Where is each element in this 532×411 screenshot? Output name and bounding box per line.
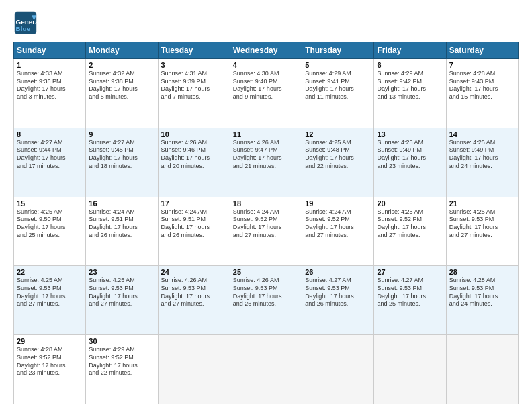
day-cell-20: 20Sunrise: 4:25 AMSunset: 9:52 PMDayligh…	[374, 197, 446, 266]
day-info: Sunrise: 4:25 AMSunset: 9:50 PMDaylight:…	[17, 208, 83, 240]
logo-icon: General Blue	[13, 11, 38, 35]
day-info: Sunrise: 4:28 AMSunset: 9:52 PMDaylight:…	[17, 346, 83, 377]
day-cell-24: 24Sunrise: 4:26 AMSunset: 9:53 PMDayligh…	[158, 266, 230, 335]
day-info: Sunrise: 4:24 AMSunset: 9:52 PMDaylight:…	[305, 208, 371, 240]
day-info: Sunrise: 4:26 AMSunset: 9:53 PMDaylight:…	[161, 277, 227, 308]
day-number: 7	[449, 61, 515, 69]
empty-cell	[230, 335, 302, 404]
svg-text:Blue: Blue	[16, 25, 31, 32]
day-info: Sunrise: 4:26 AMSunset: 9:47 PMDaylight:…	[233, 139, 299, 171]
weekday-header-sunday: Sunday	[14, 42, 86, 59]
day-cell-13: 13Sunrise: 4:25 AMSunset: 9:49 PMDayligh…	[374, 128, 446, 197]
calendar-week-2: 8Sunrise: 4:27 AMSunset: 9:44 PMDaylight…	[14, 128, 519, 197]
day-cell-3: 3Sunrise: 4:31 AMSunset: 9:39 PMDaylight…	[158, 59, 230, 128]
day-number: 5	[305, 61, 371, 69]
day-info: Sunrise: 4:25 AMSunset: 9:48 PMDaylight:…	[305, 139, 371, 171]
day-number: 21	[449, 199, 515, 208]
day-cell-27: 27Sunrise: 4:27 AMSunset: 9:53 PMDayligh…	[374, 266, 446, 335]
day-number: 9	[89, 130, 154, 138]
day-info: Sunrise: 4:28 AMSunset: 9:53 PMDaylight:…	[449, 277, 515, 308]
empty-cell	[302, 335, 374, 404]
day-number: 18	[233, 199, 299, 208]
calendar-table: SundayMondayTuesdayWednesdayThursdayFrid…	[13, 42, 519, 404]
day-info: Sunrise: 4:24 AMSunset: 9:51 PMDaylight:…	[161, 208, 227, 240]
calendar-header: SundayMondayTuesdayWednesdayThursdayFrid…	[14, 42, 519, 59]
day-cell-6: 6Sunrise: 4:29 AMSunset: 9:42 PMDaylight…	[374, 59, 446, 128]
day-cell-2: 2Sunrise: 4:32 AMSunset: 9:38 PMDaylight…	[86, 59, 158, 128]
day-number: 15	[17, 199, 83, 208]
day-number: 6	[377, 61, 443, 69]
day-info: Sunrise: 4:24 AMSunset: 9:52 PMDaylight:…	[233, 208, 299, 240]
weekday-row: SundayMondayTuesdayWednesdayThursdayFrid…	[14, 42, 519, 59]
day-number: 26	[305, 268, 371, 276]
day-number: 13	[377, 130, 443, 138]
day-number: 25	[233, 268, 299, 276]
day-cell-14: 14Sunrise: 4:25 AMSunset: 9:49 PMDayligh…	[446, 128, 518, 197]
day-cell-19: 19Sunrise: 4:24 AMSunset: 9:52 PMDayligh…	[302, 197, 374, 266]
day-info: Sunrise: 4:27 AMSunset: 9:44 PMDaylight:…	[17, 139, 83, 171]
day-info: Sunrise: 4:33 AMSunset: 9:36 PMDaylight:…	[17, 70, 83, 101]
header: General Blue	[13, 11, 519, 35]
day-cell-4: 4Sunrise: 4:30 AMSunset: 9:40 PMDaylight…	[230, 59, 302, 128]
day-cell-10: 10Sunrise: 4:26 AMSunset: 9:46 PMDayligh…	[158, 128, 230, 197]
day-cell-17: 17Sunrise: 4:24 AMSunset: 9:51 PMDayligh…	[158, 197, 230, 266]
day-cell-12: 12Sunrise: 4:25 AMSunset: 9:48 PMDayligh…	[302, 128, 374, 197]
day-cell-11: 11Sunrise: 4:26 AMSunset: 9:47 PMDayligh…	[230, 128, 302, 197]
day-number: 30	[89, 337, 154, 345]
day-info: Sunrise: 4:30 AMSunset: 9:40 PMDaylight:…	[233, 70, 299, 101]
empty-cell	[158, 335, 230, 404]
day-cell-22: 22Sunrise: 4:25 AMSunset: 9:53 PMDayligh…	[14, 266, 86, 335]
day-info: Sunrise: 4:24 AMSunset: 9:51 PMDaylight:…	[89, 208, 154, 240]
day-number: 4	[233, 61, 299, 69]
day-info: Sunrise: 4:26 AMSunset: 9:46 PMDaylight:…	[161, 139, 227, 171]
day-info: Sunrise: 4:29 AMSunset: 9:52 PMDaylight:…	[89, 346, 154, 377]
day-info: Sunrise: 4:25 AMSunset: 9:53 PMDaylight:…	[89, 277, 154, 308]
day-number: 8	[17, 130, 83, 138]
day-cell-16: 16Sunrise: 4:24 AMSunset: 9:51 PMDayligh…	[86, 197, 158, 266]
day-cell-5: 5Sunrise: 4:29 AMSunset: 9:41 PMDaylight…	[302, 59, 374, 128]
day-number: 23	[89, 268, 154, 276]
calendar-week-1: 1Sunrise: 4:33 AMSunset: 9:36 PMDaylight…	[14, 59, 519, 128]
day-info: Sunrise: 4:25 AMSunset: 9:49 PMDaylight:…	[449, 139, 515, 171]
day-cell-15: 15Sunrise: 4:25 AMSunset: 9:50 PMDayligh…	[14, 197, 86, 266]
day-number: 2	[89, 61, 154, 69]
day-cell-28: 28Sunrise: 4:28 AMSunset: 9:53 PMDayligh…	[446, 266, 518, 335]
day-number: 12	[305, 130, 371, 138]
day-info: Sunrise: 4:25 AMSunset: 9:53 PMDaylight:…	[17, 277, 83, 308]
day-cell-21: 21Sunrise: 4:25 AMSunset: 9:53 PMDayligh…	[446, 197, 518, 266]
day-number: 1	[17, 61, 83, 69]
day-cell-9: 9Sunrise: 4:27 AMSunset: 9:45 PMDaylight…	[86, 128, 158, 197]
day-info: Sunrise: 4:32 AMSunset: 9:38 PMDaylight:…	[89, 70, 154, 101]
day-number: 10	[161, 130, 227, 138]
day-number: 28	[449, 268, 515, 276]
day-info: Sunrise: 4:27 AMSunset: 9:53 PMDaylight:…	[377, 277, 443, 308]
day-info: Sunrise: 4:29 AMSunset: 9:41 PMDaylight:…	[305, 70, 371, 101]
weekday-header-monday: Monday	[86, 42, 158, 59]
day-cell-26: 26Sunrise: 4:27 AMSunset: 9:53 PMDayligh…	[302, 266, 374, 335]
calendar-body: 1Sunrise: 4:33 AMSunset: 9:36 PMDaylight…	[14, 59, 519, 404]
calendar-week-5: 29Sunrise: 4:28 AMSunset: 9:52 PMDayligh…	[14, 335, 519, 404]
day-number: 14	[449, 130, 515, 138]
empty-cell	[446, 335, 518, 404]
day-number: 20	[377, 199, 443, 208]
day-number: 24	[161, 268, 227, 276]
page: General Blue SundayMondayTuesdayWednesda…	[0, 0, 532, 411]
day-number: 29	[17, 337, 83, 345]
day-cell-7: 7Sunrise: 4:28 AMSunset: 9:43 PMDaylight…	[446, 59, 518, 128]
day-number: 17	[161, 199, 227, 208]
day-info: Sunrise: 4:28 AMSunset: 9:43 PMDaylight:…	[449, 70, 515, 101]
weekday-header-saturday: Saturday	[446, 42, 518, 59]
weekday-header-friday: Friday	[374, 42, 446, 59]
day-cell-18: 18Sunrise: 4:24 AMSunset: 9:52 PMDayligh…	[230, 197, 302, 266]
day-info: Sunrise: 4:25 AMSunset: 9:49 PMDaylight:…	[377, 139, 443, 171]
day-info: Sunrise: 4:25 AMSunset: 9:53 PMDaylight:…	[449, 208, 515, 240]
day-number: 3	[161, 61, 227, 69]
weekday-header-wednesday: Wednesday	[230, 42, 302, 59]
day-info: Sunrise: 4:25 AMSunset: 9:52 PMDaylight:…	[377, 208, 443, 240]
day-number: 11	[233, 130, 299, 138]
weekday-header-tuesday: Tuesday	[158, 42, 230, 59]
calendar-week-3: 15Sunrise: 4:25 AMSunset: 9:50 PMDayligh…	[14, 197, 519, 266]
day-number: 27	[377, 268, 443, 276]
day-info: Sunrise: 4:27 AMSunset: 9:53 PMDaylight:…	[305, 277, 371, 308]
day-cell-8: 8Sunrise: 4:27 AMSunset: 9:44 PMDaylight…	[14, 128, 86, 197]
